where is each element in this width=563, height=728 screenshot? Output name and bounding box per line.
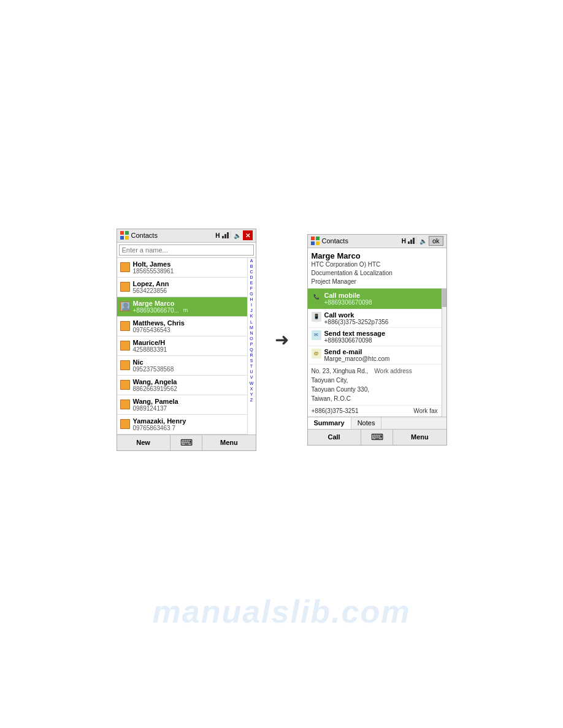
detail-contact-name: Marge Marco xyxy=(312,251,443,260)
svg-rect-14 xyxy=(408,241,410,244)
right-keyboard-icon: ⌨ xyxy=(371,432,383,442)
address-street: No. 23, Xinghua Rd., xyxy=(312,368,369,374)
call-button[interactable]: Call xyxy=(308,430,361,445)
alpha-l[interactable]: L xyxy=(248,319,256,325)
scroll-thumb xyxy=(442,289,446,307)
call-work-item[interactable]: 📱 Call work +886(3)375-3252p7356 xyxy=(308,309,442,328)
alpha-d[interactable]: D xyxy=(248,275,256,280)
address-content: No. 23, Xinghua Rd., xyxy=(312,366,369,376)
alpha-v[interactable]: V xyxy=(248,374,256,380)
alpha-i[interactable]: I xyxy=(248,302,256,308)
detail-scrollbar[interactable] xyxy=(442,289,446,417)
contact-number: 09765863463 7 xyxy=(133,425,244,431)
alpha-j[interactable]: J xyxy=(248,308,256,313)
contact-number: +88693066670... xyxy=(133,307,179,314)
detail-tabs: Summary Notes xyxy=(308,417,446,429)
alpha-n[interactable]: N xyxy=(248,330,256,336)
list-item[interactable]: Nic 095237538568 xyxy=(117,356,247,376)
right-signal-h-icon: H xyxy=(402,238,406,245)
alpha-o[interactable]: O xyxy=(248,336,256,341)
contact-info: Lopez, Ann 5634223856 xyxy=(133,280,244,294)
list-item-selected[interactable]: Marge Marco +88693066670... m xyxy=(117,297,247,317)
alpha-s[interactable]: S xyxy=(248,358,256,363)
svg-rect-3 xyxy=(125,236,129,240)
left-title-bar: Contacts H 🔈 ✕ xyxy=(117,229,256,243)
ok-button[interactable]: ok xyxy=(429,236,443,246)
search-input[interactable] xyxy=(119,245,254,256)
contact-name: Matthews, Chris xyxy=(133,319,244,327)
send-email-info: Send e-mail Marge_marco@htc.com xyxy=(324,348,390,362)
contact-info: Matthews, Chris 09765436543 xyxy=(133,319,244,333)
contact-info: Wang, Angela 8862663919562 xyxy=(133,378,244,392)
list-item[interactable]: Yamazaki, Henry 09765863463 7 xyxy=(117,415,247,434)
detail-actions: 📞 Call mobile +8869306670098 📱 Call work xyxy=(308,289,442,417)
svg-rect-12 xyxy=(311,241,315,245)
windows-logo-icon-right xyxy=(311,237,320,245)
detail-company: HTC Corporation O) HTC Documentation & L… xyxy=(312,260,443,286)
alpha-y[interactable]: Y xyxy=(248,392,256,397)
left-title-bar-right: H 🔈 ✕ xyxy=(215,230,252,240)
new-button[interactable]: New xyxy=(117,435,170,450)
svg-rect-7 xyxy=(229,231,231,238)
navigation-arrow: ➜ xyxy=(275,330,289,350)
detail-title-text: Project Manager xyxy=(312,278,356,285)
contact-number: 095237538568 xyxy=(133,366,244,373)
menu-button[interactable]: Menu xyxy=(202,435,255,450)
alpha-x[interactable]: X xyxy=(248,386,256,392)
list-item[interactable]: Matthews, Chris 09765436543 xyxy=(117,317,247,336)
alpha-g[interactable]: G xyxy=(248,291,256,297)
list-item[interactable]: Wang, Pamela 0989124137 xyxy=(117,395,247,415)
tab-summary[interactable]: Summary xyxy=(308,417,351,429)
alpha-a[interactable]: A xyxy=(248,258,256,264)
call-mobile-row: 📞 Call mobile +8869306670098 xyxy=(312,292,438,306)
alpha-t[interactable]: T xyxy=(248,363,256,369)
address-country: Taiwan, R.O.C xyxy=(312,394,438,403)
address-row: No. 23, Xinghua Rd., Work address xyxy=(312,366,438,376)
call-mobile-item[interactable]: 📞 Call mobile +8869306670098 xyxy=(308,289,442,309)
alpha-k[interactable]: K xyxy=(248,313,256,319)
call-work-label: Call work xyxy=(324,311,389,319)
fax-section: +886(3)375-3251 Work fax xyxy=(308,406,442,417)
alpha-m[interactable]: M xyxy=(248,325,256,330)
alpha-p[interactable]: P xyxy=(248,341,256,347)
list-item[interactable]: Holt, James 185655538961 xyxy=(117,258,247,278)
list-item[interactable]: Wang, Angela 8862663919562 xyxy=(117,376,247,395)
send-email-value: Marge_marco@htc.com xyxy=(324,355,390,362)
alpha-r[interactable]: R xyxy=(248,352,256,358)
right-menu-button[interactable]: Menu xyxy=(393,430,446,445)
right-arrow-icon: ➜ xyxy=(275,330,289,350)
contact-info: Yamazaki, Henry 09765863463 7 xyxy=(133,417,244,431)
list-item[interactable]: Maurice/H 4258883391 xyxy=(117,336,247,356)
alpha-w[interactable]: W xyxy=(248,381,256,386)
alpha-u[interactable]: U xyxy=(248,369,256,374)
fax-number: +886(3)375-3251 xyxy=(312,408,359,414)
right-title-bar: Contacts H 🔈 ok xyxy=(308,235,446,248)
call-mobile-value: +8869306670098 xyxy=(324,299,372,306)
send-text-item[interactable]: ✉ Send text message +8869306670098 xyxy=(308,328,442,346)
call-mobile-label: Call mobile xyxy=(324,292,372,299)
contact-avatar xyxy=(120,341,130,351)
right-title-bar-left: Contacts xyxy=(311,237,348,245)
left-close-button[interactable]: ✕ xyxy=(243,230,253,240)
alpha-h[interactable]: H xyxy=(248,297,256,302)
alpha-z[interactable]: Z xyxy=(248,397,256,403)
photo-svg xyxy=(121,301,129,311)
send-email-item[interactable]: @ Send e-mail Marge_marco@htc.com xyxy=(308,346,442,365)
tab-notes[interactable]: Notes xyxy=(351,417,382,429)
svg-rect-2 xyxy=(120,236,124,240)
list-item[interactable]: Lopez, Ann 5634223856 xyxy=(117,278,247,297)
alpha-e[interactable]: E xyxy=(248,280,256,286)
alpha-c[interactable]: C xyxy=(248,269,256,275)
svg-rect-16 xyxy=(413,238,415,244)
address-county: Taoyuan County 330, xyxy=(312,385,438,394)
keyboard-button[interactable]: ⌨ xyxy=(170,435,203,450)
right-keyboard-button[interactable]: ⌨ xyxy=(361,430,394,445)
contact-avatar xyxy=(120,400,130,409)
address-type: Work address xyxy=(374,366,412,376)
contact-name: Lopez, Ann xyxy=(133,280,244,287)
contact-name: Holt, James xyxy=(133,260,244,268)
alpha-b[interactable]: B xyxy=(248,264,256,269)
alpha-q[interactable]: Q xyxy=(248,347,256,352)
send-email-label: Send e-mail xyxy=(324,348,390,355)
alpha-f[interactable]: F xyxy=(248,286,256,291)
